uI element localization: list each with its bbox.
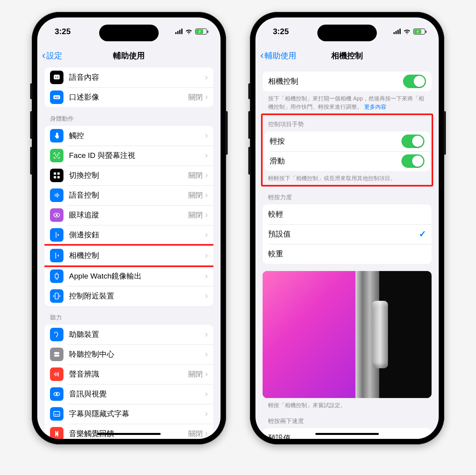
sound-rec-icon bbox=[50, 367, 63, 381]
nearby-icon bbox=[50, 289, 63, 303]
nav-bar: ‹ 輔助使用 相機控制 bbox=[255, 45, 439, 66]
svg-rect-14 bbox=[58, 194, 59, 196]
row-label: 眼球追蹤 bbox=[69, 210, 188, 220]
row-faceid[interactable]: Face ID 與螢幕注視 › bbox=[44, 146, 213, 165]
back-button[interactable]: ‹ 設定 bbox=[42, 50, 62, 61]
row-label: 觸控 bbox=[69, 131, 205, 141]
voice-icon bbox=[50, 188, 63, 202]
row-touch[interactable]: 觸控 › bbox=[44, 126, 213, 146]
row-value: 關閉 bbox=[188, 369, 203, 379]
row-sound-rec[interactable]: 聲音辨識 關閉 › bbox=[44, 364, 213, 384]
row-force-default[interactable]: 預設值 ✓ bbox=[263, 224, 432, 244]
side-button bbox=[226, 111, 228, 155]
gesture-group: 輕按 滑動 bbox=[264, 131, 430, 171]
row-label: 助聽裝置 bbox=[69, 329, 205, 340]
row-speech[interactable]: 語音內容 › bbox=[44, 67, 213, 87]
row-hearing-device[interactable]: 助聽裝置 › bbox=[44, 325, 213, 344]
body-group: 觸控 › Face ID 與螢幕注視 › 切換控制 關閉 › bbox=[44, 126, 213, 306]
screen-left: 3:25 ⚡ ‹ 設定 輔助使用 語音內容 › bbox=[37, 17, 221, 439]
row-label: 滑動 bbox=[270, 156, 401, 166]
wifi-icon bbox=[403, 29, 411, 35]
svg-rect-8 bbox=[58, 173, 60, 175]
svg-rect-23 bbox=[54, 373, 55, 375]
camera-ctrl-icon bbox=[50, 249, 63, 262]
svg-rect-17 bbox=[56, 232, 57, 238]
row-camera-control[interactable]: 相機控制 › bbox=[44, 246, 213, 265]
wifi-icon bbox=[185, 29, 193, 35]
footer-text: 按下「相機控制」來打開一個相機 App，然後再按一下來將「相機控制」用作快門。輕… bbox=[268, 95, 424, 110]
chevron-right-icon: › bbox=[205, 329, 208, 340]
toggle-switch[interactable] bbox=[401, 154, 424, 168]
toggle-switch[interactable] bbox=[401, 135, 424, 148]
section-header-gesture: 控制項目手勢 bbox=[263, 115, 432, 131]
back-button[interactable]: ‹ 輔助使用 bbox=[260, 50, 296, 61]
row-eye[interactable]: 眼球追蹤 關閉 › bbox=[44, 205, 213, 225]
row-label: 聆聽控制中心 bbox=[69, 349, 205, 360]
row-label: 控制附近裝置 bbox=[69, 291, 205, 301]
svg-point-6 bbox=[58, 155, 58, 156]
svg-rect-22 bbox=[54, 355, 59, 357]
row-watch[interactable]: Apple Watch鏡像輸出 › bbox=[44, 266, 213, 286]
section-header-force: 輕按力度 bbox=[263, 186, 432, 204]
row-side[interactable]: 側邊按鈕 › bbox=[44, 225, 213, 245]
illust-camera-button bbox=[372, 301, 388, 368]
screen-right: 3:25 ⚡ ‹ 輔助使用 相機控制 相機控制 按下「相機控制」來 bbox=[255, 17, 439, 439]
row-label: 聲音辨識 bbox=[69, 369, 188, 379]
row-value: 關閉 bbox=[188, 92, 203, 102]
main-footer: 按下「相機控制」來打開一個相機 App，然後再按一下來將「相機控制」用作快門。輕… bbox=[263, 91, 432, 111]
toggle-switch[interactable] bbox=[403, 75, 426, 88]
switch-icon bbox=[50, 169, 63, 182]
svg-point-16 bbox=[56, 214, 58, 216]
section-header-speed: 輕按兩下速度 bbox=[263, 410, 432, 428]
chevron-right-icon: › bbox=[205, 250, 208, 261]
row-label: 口述影像 bbox=[69, 92, 188, 102]
row-swipe[interactable]: 滑動 bbox=[264, 151, 430, 171]
chevron-left-icon: ‹ bbox=[42, 50, 46, 60]
highlight-gesture: 控制項目手勢 輕按 滑動 輕輕按下「相機控制」或長滑來取用其他控制項目。 bbox=[261, 113, 433, 187]
row-tap[interactable]: 輕按 bbox=[264, 131, 430, 151]
row-switch[interactable]: 切換控制 關閉 › bbox=[44, 165, 213, 185]
row-value: 關閉 bbox=[188, 429, 203, 438]
row-audio-vis[interactable]: 音訊與視覺 › bbox=[44, 384, 213, 404]
row-subtitle[interactable]: 字幕與隱藏式字幕 › bbox=[44, 404, 213, 424]
row-nearby[interactable]: 控制附近裝置 › bbox=[44, 286, 213, 306]
settings-list[interactable]: 語音內容 › AD 口述影像 關閉 › 身體動作 bbox=[37, 66, 221, 439]
svg-rect-9 bbox=[54, 176, 56, 179]
row-force-light[interactable]: 較輕 bbox=[263, 204, 432, 224]
main-toggle-group: 相機控制 bbox=[263, 71, 432, 91]
row-cc-center[interactable]: 聆聽控制中心 › bbox=[44, 344, 213, 364]
cc-center-icon bbox=[50, 348, 63, 361]
row-force-heavy[interactable]: 較重 bbox=[263, 244, 432, 264]
svg-rect-11 bbox=[54, 194, 55, 196]
chevron-right-icon: › bbox=[205, 349, 208, 360]
speech-icon bbox=[50, 71, 63, 84]
svg-rect-18 bbox=[56, 253, 56, 259]
status-time: 3:25 bbox=[273, 27, 289, 36]
row-label: 輕按 bbox=[270, 136, 401, 146]
chevron-right-icon: › bbox=[205, 210, 208, 220]
row-voice[interactable]: 語音控制 關閉 › bbox=[44, 185, 213, 205]
svg-rect-21 bbox=[54, 352, 59, 354]
row-camera-toggle[interactable]: 相機控制 bbox=[263, 71, 432, 91]
row-label: 音訊與視覺 bbox=[69, 389, 205, 399]
home-indicator[interactable] bbox=[97, 433, 161, 435]
svg-rect-10 bbox=[58, 176, 60, 179]
battery-icon: ⚡ bbox=[413, 29, 425, 35]
home-indicator[interactable] bbox=[315, 433, 379, 435]
row-label: 預設值 bbox=[268, 229, 419, 239]
row-label: 較重 bbox=[268, 249, 426, 259]
gesture-footer: 輕輕按下「相機控制」或長滑來取用其他控制項目。 bbox=[263, 171, 432, 183]
svg-rect-13 bbox=[57, 193, 58, 198]
illust-frame bbox=[355, 271, 379, 398]
row-audio-desc[interactable]: AD 口述影像 關閉 › bbox=[44, 87, 213, 107]
hearing-icon bbox=[50, 328, 63, 341]
chevron-right-icon: › bbox=[205, 429, 208, 439]
more-link[interactable]: 更多內容 bbox=[364, 104, 386, 110]
chevron-right-icon: › bbox=[205, 230, 208, 240]
row-label: Apple Watch鏡像輸出 bbox=[69, 271, 205, 281]
section-header-body: 身體動作 bbox=[44, 107, 213, 126]
row-label: 相機控制 bbox=[268, 76, 403, 87]
camera-control-settings[interactable]: 相機控制 按下「相機控制」來打開一個相機 App，然後再按一下來將「相機控制」用… bbox=[255, 66, 439, 439]
row-haptic[interactable]: 音樂觸覺回饋 關閉 › bbox=[44, 424, 213, 439]
svg-rect-12 bbox=[56, 194, 57, 197]
